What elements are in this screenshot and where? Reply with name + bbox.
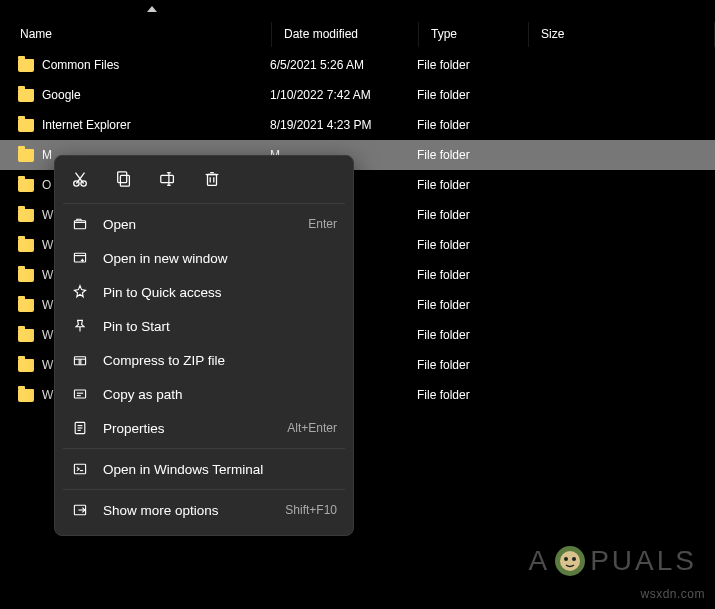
file-name: Google	[42, 88, 270, 102]
svg-point-37	[564, 557, 568, 561]
menu-accel: Enter	[308, 217, 337, 231]
sort-indicator-icon	[147, 6, 157, 12]
menu-separator	[63, 448, 345, 449]
pin-start-icon	[71, 317, 89, 335]
watermark-logo-icon	[552, 543, 588, 579]
menu-label: Open in Windows Terminal	[103, 462, 337, 477]
column-headers: Name Date modified Type Size	[0, 22, 715, 48]
menu-accel: Shift+F10	[285, 503, 337, 517]
menu-label: Show more options	[103, 503, 285, 518]
file-type: File folder	[417, 58, 527, 72]
folder-icon	[18, 89, 34, 102]
copy-path-icon	[71, 385, 89, 403]
folder-icon	[18, 239, 34, 252]
svg-line-3	[76, 173, 84, 184]
menu-label: Copy as path	[103, 387, 337, 402]
file-type: File folder	[417, 88, 527, 102]
pin-icon	[71, 283, 89, 301]
copy-icon[interactable]	[113, 168, 135, 190]
menu-item-show-more[interactable]: Show more options Shift+F10	[61, 493, 347, 527]
folder-icon	[18, 59, 34, 72]
menu-label: Open	[103, 217, 308, 232]
watermark-site: wsxdn.com	[640, 587, 705, 601]
folder-icon	[18, 179, 34, 192]
svg-rect-21	[74, 357, 85, 365]
file-date: 8/19/2021 4:23 PM	[270, 118, 417, 132]
file-name: Common Files	[42, 58, 270, 72]
svg-point-38	[572, 557, 576, 561]
svg-line-2	[76, 173, 84, 184]
file-type: File folder	[417, 118, 527, 132]
menu-separator	[63, 203, 345, 204]
menu-item-pin-quick-access[interactable]: Pin to Quick access	[61, 275, 347, 309]
new-window-icon	[71, 249, 89, 267]
file-type: File folder	[417, 148, 527, 162]
svg-point-36	[560, 551, 580, 571]
file-name: Internet Explorer	[42, 118, 270, 132]
svg-rect-4	[120, 175, 129, 186]
menu-item-copy-path[interactable]: Copy as path	[61, 377, 347, 411]
menu-item-open-terminal[interactable]: Open in Windows Terminal	[61, 452, 347, 486]
file-type: File folder	[417, 388, 527, 402]
column-header-type[interactable]: Type	[419, 22, 529, 47]
folder-icon	[18, 359, 34, 372]
svg-rect-5	[118, 172, 127, 183]
file-row[interactable]: Google1/10/2022 7:42 AMFile folder	[0, 80, 715, 110]
menu-accel: Alt+Enter	[287, 421, 337, 435]
more-options-icon	[71, 501, 89, 519]
menu-item-open[interactable]: Open Enter	[61, 207, 347, 241]
watermark-text-left: A	[528, 545, 550, 577]
file-row[interactable]: Common Files6/5/2021 5:26 AMFile folder	[0, 50, 715, 80]
folder-icon	[18, 119, 34, 132]
folder-icon	[18, 209, 34, 222]
svg-rect-6	[161, 175, 174, 182]
column-header-size[interactable]: Size	[529, 22, 715, 47]
delete-icon[interactable]	[201, 168, 223, 190]
menu-label: Pin to Quick access	[103, 285, 337, 300]
file-date: 1/10/2022 7:42 AM	[270, 88, 417, 102]
menu-item-open-new-window[interactable]: Open in new window	[61, 241, 347, 275]
menu-item-properties[interactable]: Properties Alt+Enter	[61, 411, 347, 445]
folder-icon	[18, 329, 34, 342]
file-type: File folder	[417, 208, 527, 222]
file-type: File folder	[417, 178, 527, 192]
file-date: 6/5/2021 5:26 AM	[270, 58, 417, 72]
file-type: File folder	[417, 298, 527, 312]
file-row[interactable]: Internet Explorer8/19/2021 4:23 PMFile f…	[0, 110, 715, 140]
menu-item-compress-zip[interactable]: Compress to ZIP file	[61, 343, 347, 377]
svg-rect-10	[208, 175, 217, 186]
watermark: A PUALS	[528, 543, 697, 579]
quick-actions-row	[61, 162, 347, 200]
file-type: File folder	[417, 268, 527, 282]
folder-icon	[18, 149, 34, 162]
open-icon	[71, 215, 89, 233]
zip-icon	[71, 351, 89, 369]
file-type: File folder	[417, 328, 527, 342]
rename-icon[interactable]	[157, 168, 179, 190]
properties-icon	[71, 419, 89, 437]
column-header-name[interactable]: Name	[0, 22, 272, 47]
folder-icon	[18, 269, 34, 282]
svg-rect-24	[74, 390, 85, 398]
menu-label: Compress to ZIP file	[103, 353, 337, 368]
menu-label: Pin to Start	[103, 319, 337, 334]
file-type: File folder	[417, 238, 527, 252]
watermark-text-right: PUALS	[590, 545, 697, 577]
cut-icon[interactable]	[69, 168, 91, 190]
menu-separator	[63, 489, 345, 490]
menu-label: Properties	[103, 421, 287, 436]
menu-label: Open in new window	[103, 251, 337, 266]
folder-icon	[18, 389, 34, 402]
menu-item-pin-start[interactable]: Pin to Start	[61, 309, 347, 343]
column-header-date[interactable]: Date modified	[272, 22, 419, 47]
file-type: File folder	[417, 358, 527, 372]
terminal-icon	[71, 460, 89, 478]
context-menu: Open Enter Open in new window Pin to Qui…	[54, 155, 354, 536]
folder-icon	[18, 299, 34, 312]
